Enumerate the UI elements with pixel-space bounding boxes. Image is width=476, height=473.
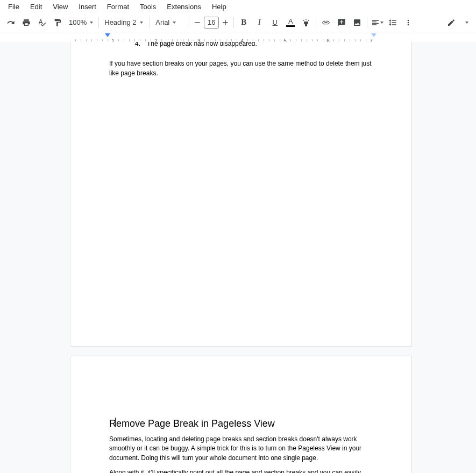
ruler-label: 2 (154, 38, 158, 42)
chevron-down-icon (173, 22, 176, 24)
text-cursor (115, 418, 116, 427)
image-icon (353, 18, 361, 27)
decrease-size-button[interactable] (191, 15, 203, 30)
document-canvas[interactable]: 4. The page break has now disappeared. I… (0, 42, 476, 473)
menu-file[interactable]: File (3, 1, 24, 12)
page-2[interactable]: Remove Page Break in Pageless View Somet… (70, 356, 412, 473)
add-comment-button[interactable] (334, 15, 349, 30)
paint-format-button[interactable] (50, 15, 65, 30)
spellcheck-button[interactable] (34, 15, 49, 30)
text-color-button[interactable]: A (283, 15, 298, 30)
editing-mode-button[interactable] (444, 15, 459, 30)
comment-add-icon (337, 18, 346, 27)
insert-link-button[interactable] (318, 15, 333, 30)
link-icon (322, 18, 330, 27)
align-button[interactable] (370, 15, 385, 30)
redo-icon (6, 18, 15, 27)
increase-size-button[interactable] (219, 15, 231, 30)
separator (98, 17, 99, 28)
list-number: 4. (131, 42, 147, 48)
pencil-icon (447, 18, 456, 27)
bold-button[interactable]: B (236, 15, 251, 30)
paint-roller-icon (53, 18, 62, 27)
editing-mode-area (444, 15, 471, 30)
chevron-down-icon (90, 22, 93, 24)
chevron-down-icon (140, 22, 143, 24)
align-left-icon (371, 18, 380, 27)
heading-2[interactable]: Remove Page Break in Pageless View (109, 416, 373, 430)
highlighter-icon (302, 18, 310, 27)
separator (316, 17, 316, 28)
spellcheck-icon (38, 18, 46, 27)
ruler-label: 4 (240, 38, 244, 42)
list-item-text[interactable]: The page break has now disappeared. (147, 42, 373, 48)
font-select[interactable]: Arial (152, 15, 187, 30)
insert-image-button[interactable] (350, 15, 365, 30)
underline-button[interactable]: U (267, 15, 282, 30)
underline-icon: U (273, 18, 278, 26)
separator (150, 17, 150, 28)
left-indent-marker[interactable] (105, 33, 110, 37)
style-value: Heading 2 (104, 18, 136, 26)
menu-help[interactable]: Help (207, 1, 231, 12)
minus-icon (193, 18, 202, 27)
toolbar: 100% Heading 2 Arial 16 B I U A (0, 13, 476, 32)
separator (367, 17, 367, 28)
separator (233, 17, 234, 28)
ruler-label: 5 (283, 38, 287, 42)
print-button[interactable] (19, 15, 34, 30)
paragraph[interactable]: If you have section breaks on your pages… (109, 59, 373, 78)
chevron-down-icon (465, 22, 468, 24)
plus-icon (221, 18, 230, 27)
font-value: Arial (155, 18, 169, 26)
bold-icon: B (241, 18, 246, 27)
right-indent-marker[interactable] (371, 33, 376, 37)
line-spacing-button[interactable] (385, 15, 400, 30)
print-icon (22, 18, 31, 27)
ruler-label: 3 (197, 38, 201, 42)
ruler-label: 1 (111, 38, 115, 42)
zoom-select[interactable]: 100% (66, 15, 96, 30)
chevron-down-icon (380, 22, 383, 24)
menu-tools[interactable]: Tools (135, 1, 161, 12)
menu-insert[interactable]: Insert (74, 1, 101, 12)
page-1[interactable]: 4. The page break has now disappeared. I… (70, 42, 412, 347)
heading-text: Remove Page Break in Pageless View (109, 418, 275, 429)
paragraph-style-select[interactable]: Heading 2 (101, 15, 147, 30)
italic-button[interactable]: I (252, 15, 267, 30)
menu-view[interactable]: View (48, 1, 73, 12)
ruler-label: 6 (326, 38, 330, 42)
more-vert-icon (404, 18, 413, 27)
color-bar (286, 25, 295, 27)
separator (189, 17, 189, 28)
menu-bar: File Edit View Insert Format Tools Exten… (0, 0, 476, 13)
text-color-icon: A (288, 18, 293, 25)
more-button[interactable] (401, 15, 416, 30)
paragraph[interactable]: Along with it, it'll specifically point … (109, 468, 373, 473)
font-size-control: 16 (191, 15, 231, 30)
ruler-label: 7 (370, 38, 373, 42)
paragraph[interactable]: Sometimes, locating and deleting page br… (109, 435, 373, 463)
menu-extensions[interactable]: Extensions (162, 1, 206, 12)
menu-format[interactable]: Format (102, 1, 134, 12)
line-spacing-icon (388, 18, 397, 27)
font-size-input[interactable]: 16 (204, 17, 219, 29)
italic-icon: I (258, 18, 261, 27)
editing-mode-expand[interactable] (461, 15, 471, 30)
redo-button[interactable] (3, 15, 18, 30)
ruler[interactable]: 1234567 (0, 32, 476, 42)
menu-edit[interactable]: Edit (25, 1, 47, 12)
zoom-value: 100% (69, 18, 87, 26)
highlight-button[interactable] (299, 15, 314, 30)
